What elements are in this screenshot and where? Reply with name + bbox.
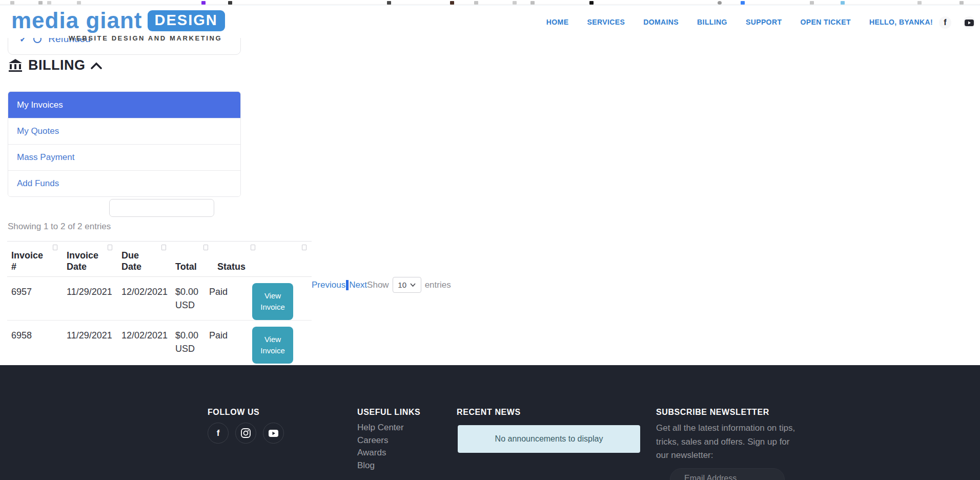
footer-social-links: f [208, 423, 284, 444]
site-header: media giantDESIGN WEBSITE DESIGN AND MAR… [0, 5, 980, 38]
menu-item-my-quotes[interactable]: My Quotes [8, 118, 240, 144]
recent-news-title: RECENT NEWS [457, 408, 521, 417]
col-total[interactable]: Total [171, 242, 213, 276]
table-header-row: Invoice # Invoice Date Due Date Total St… [7, 241, 312, 277]
cell-due-date: 12/02/2021 [117, 277, 171, 307]
cell-invoice-date: 11/29/2021 [63, 321, 117, 350]
billing-page: ✓ Refunded media giantDESIGN WEBSITE DES… [0, 0, 980, 480]
nav-support[interactable]: SUPPORT [746, 18, 782, 26]
col-due-date[interactable]: Due Date [117, 242, 171, 276]
instagram-icon[interactable] [235, 423, 256, 444]
next-page-link[interactable]: Next [349, 280, 367, 290]
nav-account-greeting[interactable]: HELLO, BYANKA! [869, 18, 933, 26]
sort-icon[interactable] [203, 245, 208, 250]
favicon [959, 1, 964, 5]
cell-status: Paid [205, 277, 252, 307]
billing-section-title: BILLING [28, 57, 86, 73]
invoices-table: Invoice # Invoice Date Due Date Total St… [7, 241, 312, 364]
billing-menu: My Invoices My Quotes Mass Payment Add F… [8, 91, 241, 197]
favicon [741, 1, 745, 5]
invoice-search-input[interactable] [109, 199, 214, 217]
favicon [718, 1, 722, 5]
site-footer: FOLLOW US f USEFUL LINKS Help Center Car… [0, 365, 980, 480]
subscribe-newsletter-title: SUBSCRIBE NEWSLETTER [656, 408, 769, 417]
favicon [589, 1, 594, 5]
favicon [77, 1, 81, 5]
favicon [810, 1, 814, 5]
previous-page-link[interactable]: Previous [312, 280, 345, 290]
table-row: 6957 11/29/2021 12/02/2021 $0.00 USD Pai… [7, 277, 312, 321]
entries-label: entries [425, 280, 451, 290]
favicon [450, 1, 454, 5]
nav-domains[interactable]: DOMAINS [643, 18, 679, 26]
cell-status: Paid [205, 321, 252, 350]
newsletter-email-input[interactable] [670, 468, 785, 480]
favicon [530, 1, 535, 5]
favicon [917, 1, 922, 5]
logo-text: media giant [11, 8, 142, 33]
cell-due-date: 12/02/2021 [117, 321, 171, 350]
chevron-up-icon[interactable] [91, 62, 102, 69]
browser-bookmarks-strip [0, 0, 980, 5]
bank-icon [8, 58, 23, 73]
logo[interactable]: media giantDESIGN WEBSITE DESIGN AND MAR… [11, 8, 225, 33]
menu-item-my-invoices[interactable]: My Invoices [8, 92, 240, 118]
sort-icon[interactable] [53, 245, 57, 250]
text-cursor [346, 280, 349, 290]
favicon [10, 1, 14, 5]
favicon [841, 1, 845, 5]
logo-badge: DESIGN [148, 10, 225, 31]
sort-icon[interactable] [161, 245, 166, 250]
announcements-empty-box: No announcements to display [458, 425, 640, 453]
youtube-icon[interactable] [963, 16, 975, 29]
footer-links-list: Help Center Careers Awards Blog [357, 422, 404, 472]
sort-icon[interactable] [108, 245, 112, 250]
nav-open-ticket[interactable]: OPEN TICKET [800, 18, 851, 26]
nav-home[interactable]: HOME [546, 18, 569, 26]
table-showing-info: Showing 1 to 2 of 2 entries [8, 222, 111, 232]
page-size-select[interactable]: 10 [393, 277, 421, 293]
sort-icon[interactable] [251, 245, 255, 250]
col-status[interactable]: Status [213, 242, 260, 276]
youtube-icon[interactable] [263, 423, 284, 444]
cell-total: $0.00 USD [171, 277, 205, 320]
footer-link-help-center[interactable]: Help Center [357, 422, 404, 434]
table-pagination: Previous Next Show 10 entries [312, 277, 451, 293]
cell-invoice-date: 11/29/2021 [63, 277, 117, 307]
header-social-links: f in [939, 16, 980, 29]
main-nav: HOME SERVICES DOMAINS BILLING SUPPORT OP… [546, 6, 933, 38]
follow-us-title: FOLLOW US [208, 408, 259, 417]
logo-tagline: WEBSITE DESIGN AND MARKETING [69, 34, 222, 42]
favicon [201, 1, 206, 5]
cell-invoice-number: 6958 [7, 321, 63, 350]
favicon [47, 1, 51, 5]
nav-services[interactable]: SERVICES [587, 18, 625, 26]
nav-billing[interactable]: BILLING [697, 18, 727, 26]
menu-item-add-funds[interactable]: Add Funds [8, 170, 240, 196]
favicon [474, 1, 478, 5]
useful-links-title: USEFUL LINKS [357, 408, 420, 417]
show-label: Show [367, 280, 389, 290]
footer-link-careers[interactable]: Careers [357, 434, 404, 447]
sort-icon[interactable] [302, 245, 307, 250]
footer-link-awards[interactable]: Awards [357, 447, 404, 459]
favicon [513, 1, 517, 5]
col-invoice-number[interactable]: Invoice # [7, 242, 63, 276]
col-actions[interactable] [260, 242, 312, 276]
cell-invoice-number: 6957 [7, 277, 63, 307]
chevron-down-icon [410, 283, 416, 287]
cell-total: $0.00 USD [171, 321, 205, 364]
facebook-icon[interactable]: f [939, 16, 951, 29]
favicon [38, 1, 43, 5]
favicon [228, 1, 232, 5]
view-invoice-button[interactable]: View Invoice [252, 327, 293, 364]
col-invoice-date[interactable]: Invoice Date [63, 242, 117, 276]
newsletter-description: Get all the latest information on tips, … [656, 422, 798, 463]
menu-item-mass-payment[interactable]: Mass Payment [8, 144, 240, 170]
view-invoice-button[interactable]: View Invoice [252, 283, 293, 320]
facebook-icon[interactable]: f [208, 423, 229, 444]
billing-section-header[interactable]: BILLING [8, 57, 102, 73]
table-row: 6958 11/29/2021 12/02/2021 $0.00 USD Pai… [7, 321, 312, 364]
footer-link-blog[interactable]: Blog [357, 459, 404, 472]
favicon [387, 1, 391, 5]
